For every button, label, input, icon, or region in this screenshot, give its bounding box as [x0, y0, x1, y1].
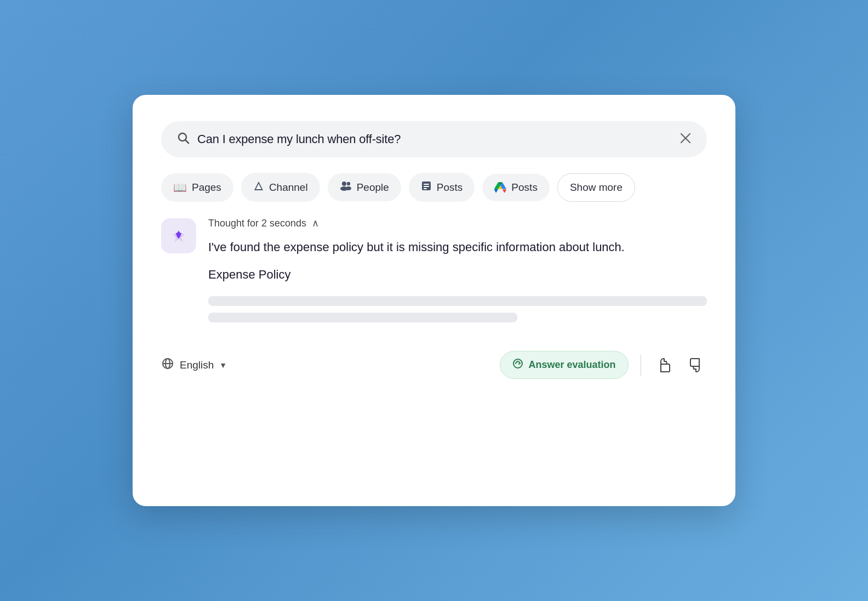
- channel-icon: [253, 180, 264, 194]
- svg-rect-12: [424, 186, 429, 187]
- feedback-row: [653, 354, 707, 376]
- posts-icon: [421, 180, 432, 194]
- chip-channel[interactable]: Channel: [241, 173, 320, 202]
- thumbs-down-button[interactable]: [685, 354, 707, 376]
- show-more-label: Show more: [570, 182, 623, 194]
- language-chevron-icon: ▼: [219, 361, 227, 370]
- svg-point-17: [513, 359, 522, 368]
- skeleton-line-2: [208, 313, 517, 322]
- pages-icon: 📖: [173, 181, 187, 194]
- answer-eval-label: Answer evaluation: [528, 359, 615, 371]
- globe-icon: [161, 357, 174, 373]
- answer-evaluation-button[interactable]: Answer evaluation: [500, 351, 628, 379]
- chip-posts[interactable]: Posts: [409, 173, 475, 202]
- chip-google-drive-label: Posts: [511, 182, 538, 194]
- center-group: Answer evaluation: [500, 351, 707, 379]
- search-icon: [176, 131, 190, 148]
- svg-point-9: [346, 186, 351, 190]
- bottom-bar: English ▼ Answer evaluation: [161, 342, 707, 379]
- search-query: Can I expense my lunch when off-site?: [197, 132, 672, 146]
- ai-response-text: I've found the expense policy but it is …: [208, 238, 707, 257]
- close-button[interactable]: [679, 132, 692, 146]
- svg-point-6: [342, 182, 346, 186]
- collapse-chevron[interactable]: ∧: [312, 217, 319, 229]
- search-bar[interactable]: Can I expense my lunch when off-site?: [161, 121, 707, 157]
- language-label: English: [180, 359, 214, 371]
- svg-rect-13: [424, 188, 427, 189]
- chip-people-label: People: [357, 182, 389, 194]
- people-icon: [340, 181, 352, 194]
- svg-point-7: [346, 182, 350, 185]
- main-card: Can I expense my lunch when off-site? 📖 …: [133, 95, 735, 506]
- thought-label: Thought for 2 seconds: [208, 218, 306, 229]
- ai-avatar: [161, 218, 196, 253]
- chip-posts-label: Posts: [437, 182, 463, 194]
- svg-line-1: [186, 140, 189, 144]
- show-more-button[interactable]: Show more: [557, 173, 635, 202]
- chip-people[interactable]: People: [328, 173, 401, 201]
- chip-channel-label: Channel: [269, 182, 308, 194]
- chip-pages[interactable]: 📖 Pages: [161, 173, 233, 202]
- ai-section: Thought for 2 seconds ∧ I've found the e…: [161, 217, 707, 322]
- skeleton-line-1: [208, 296, 707, 306]
- eval-icon: [512, 358, 523, 372]
- language-selector[interactable]: English ▼: [161, 357, 227, 373]
- google-drive-icon: [494, 182, 506, 194]
- ai-content: Thought for 2 seconds ∧ I've found the e…: [208, 217, 707, 322]
- svg-rect-11: [424, 184, 429, 185]
- skeleton-lines: [208, 296, 707, 322]
- thought-row: Thought for 2 seconds ∧: [208, 217, 707, 229]
- expense-policy-link[interactable]: Expense Policy: [208, 268, 707, 282]
- vertical-divider: [641, 355, 642, 376]
- filter-row: 📖 Pages Channel People: [161, 173, 707, 202]
- chip-google-drive[interactable]: Posts: [482, 174, 550, 201]
- thumbs-up-button[interactable]: [653, 354, 675, 376]
- chip-pages-label: Pages: [192, 182, 221, 194]
